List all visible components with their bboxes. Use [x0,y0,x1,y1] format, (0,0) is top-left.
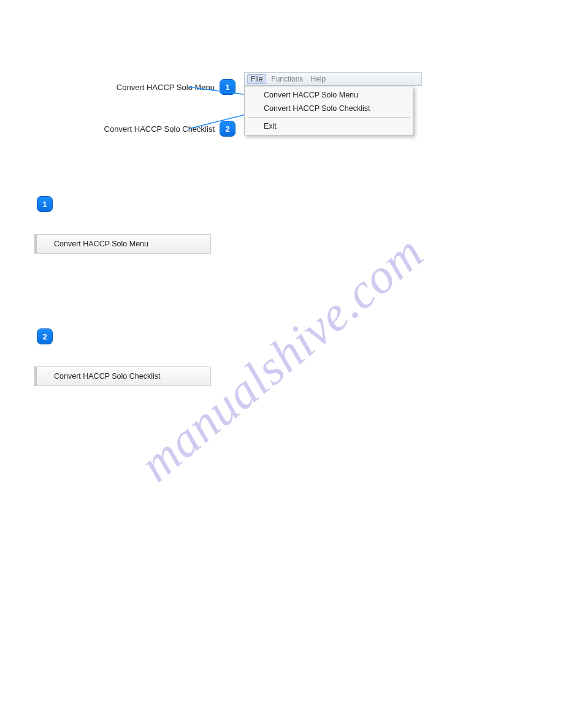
section-badge-1: 1 [37,196,53,212]
callout-label-2: Convert HACCP Solo Checklist [104,124,215,134]
watermark-text: manualshive.com [129,224,434,493]
list-item-convert-menu[interactable]: Convert HACCP Solo Menu [34,234,211,254]
callout-badge-1: 1 [220,79,236,95]
menubar: File Functions Help [244,72,422,86]
menubar-help[interactable]: Help [307,75,329,83]
menubar-functions[interactable]: Functions [267,75,307,83]
dropdown-convert-checklist[interactable]: Convert HACCP Solo Checklist [247,102,411,115]
callout-row-2: Convert HACCP Solo Checklist 2 [52,120,236,137]
callout-badge-2: 2 [220,121,236,137]
list-item-convert-checklist[interactable]: Convert HACCP Solo Checklist [34,366,211,386]
dropdown-separator [248,117,410,118]
dropdown-exit[interactable]: Exit [247,119,411,133]
list-item-label-1: Convert HACCP Solo Menu [54,240,148,248]
file-dropdown: Convert HACCP Solo Menu Convert HACCP So… [244,86,413,135]
callout-row-1: Convert HACCP Solo Menu 1 [52,78,236,96]
callout-label-1: Convert HACCP Solo Menu [117,83,215,92]
list-item-label-2: Convert HACCP Solo Checklist [54,372,160,381]
section-marker-1: 1 [37,196,53,212]
menubar-file[interactable]: File [247,74,266,84]
callout-labels: Convert HACCP Solo Menu 1 Convert HACCP … [52,78,236,162]
section-badge-2: 2 [37,328,53,344]
section-marker-2: 2 [37,328,53,344]
file-menu-screenshot: File Functions Help Convert HACCP Solo M… [244,72,422,135]
dropdown-convert-menu[interactable]: Convert HACCP Solo Menu [247,88,411,102]
